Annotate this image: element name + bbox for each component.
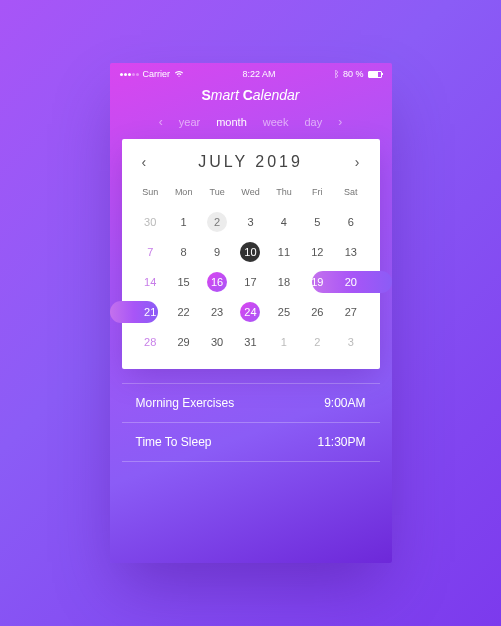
day-cell[interactable]: 16 xyxy=(200,267,233,297)
dow-sat: Sat xyxy=(334,181,367,207)
day-cell-today[interactable]: 10 xyxy=(234,237,267,267)
day-cell[interactable]: 6 xyxy=(334,207,367,237)
dow-tue: Tue xyxy=(200,181,233,207)
day-cell[interactable]: 13 xyxy=(334,237,367,267)
day-cell[interactable]: 22 xyxy=(167,297,200,327)
day-cell[interactable]: 27 xyxy=(334,297,367,327)
event-list: Morning Exercises 9:00AM Time To Sleep 1… xyxy=(110,383,392,462)
event-time: 9:00AM xyxy=(324,396,365,410)
day-cell[interactable]: 2 xyxy=(301,327,334,357)
tabs-prev[interactable]: ‹ xyxy=(159,115,163,129)
day-cell[interactable]: 2 xyxy=(200,207,233,237)
dow-wed: Wed xyxy=(234,181,267,207)
month-prev[interactable]: ‹ xyxy=(142,154,147,170)
month-next[interactable]: › xyxy=(355,154,360,170)
day-cell[interactable]: 23 xyxy=(200,297,233,327)
day-cell[interactable]: 31 xyxy=(234,327,267,357)
week-4: 21 22 23 24 25 26 27 xyxy=(122,297,380,327)
month-label: JULY 2019 xyxy=(198,153,303,171)
day-cell[interactable]: 9 xyxy=(200,237,233,267)
day-cell[interactable]: 21 xyxy=(134,297,167,327)
event-marker: 16 xyxy=(207,272,227,292)
battery-label: 80 % xyxy=(343,69,364,79)
view-tabs: ‹ year month week day › xyxy=(110,115,392,129)
weekday-row: Sun Mon Tue Wed Thu Fri Sat xyxy=(122,181,380,207)
today-marker: 10 xyxy=(240,242,260,262)
day-cell[interactable]: 7 xyxy=(134,237,167,267)
event-name: Morning Exercises xyxy=(136,396,235,410)
day-cell[interactable]: 30 xyxy=(134,207,167,237)
app-title: Smart Calendar xyxy=(110,87,392,103)
tab-day[interactable]: day xyxy=(304,116,322,128)
day-cell[interactable]: 1 xyxy=(167,207,200,237)
bluetooth-icon: ᛒ xyxy=(334,69,339,79)
battery-icon xyxy=(368,71,382,78)
week-2: 7 8 9 10 11 12 13 xyxy=(122,237,380,267)
week-1: 30 1 2 3 4 5 6 xyxy=(122,207,380,237)
day-cell[interactable]: 19 xyxy=(301,267,334,297)
day-cell[interactable]: 3 xyxy=(234,207,267,237)
day-cell[interactable]: 14 xyxy=(134,267,167,297)
day-cell[interactable]: 5 xyxy=(301,207,334,237)
tab-year[interactable]: year xyxy=(179,116,200,128)
status-bar: Carrier 8:22 AM ᛒ 80 % xyxy=(110,63,392,81)
day-cell[interactable]: 29 xyxy=(167,327,200,357)
carrier-label: Carrier xyxy=(143,69,171,79)
day-cell[interactable]: 11 xyxy=(267,237,300,267)
dow-mon: Mon xyxy=(167,181,200,207)
day-cell[interactable]: 25 xyxy=(267,297,300,327)
day-cell[interactable]: 20 xyxy=(334,267,367,297)
dow-fri: Fri xyxy=(301,181,334,207)
event-time: 11:30PM xyxy=(317,435,365,449)
tabs-next[interactable]: › xyxy=(338,115,342,129)
phone-frame: Carrier 8:22 AM ᛒ 80 % Smart Calendar ‹ … xyxy=(110,63,392,563)
day-cell[interactable]: 18 xyxy=(267,267,300,297)
week-5: 28 29 30 31 1 2 3 xyxy=(122,327,380,357)
dow-sun: Sun xyxy=(134,181,167,207)
signal-dots-icon xyxy=(120,73,139,76)
day-cell[interactable]: 8 xyxy=(167,237,200,267)
day-cell[interactable]: 3 xyxy=(334,327,367,357)
event-marker: 2 xyxy=(207,212,227,232)
tab-month[interactable]: month xyxy=(216,116,247,128)
day-cell[interactable]: 17 xyxy=(234,267,267,297)
week-3: 14 15 16 17 18 19 20 xyxy=(122,267,380,297)
calendar-card: ‹ JULY 2019 › Sun Mon Tue Wed Thu Fri Sa… xyxy=(122,139,380,369)
day-cell[interactable]: 30 xyxy=(200,327,233,357)
tab-week[interactable]: week xyxy=(263,116,289,128)
event-marker: 24 xyxy=(240,302,260,322)
wifi-icon xyxy=(174,70,184,78)
day-cell[interactable]: 4 xyxy=(267,207,300,237)
day-cell[interactable]: 12 xyxy=(301,237,334,267)
day-cell[interactable]: 1 xyxy=(267,327,300,357)
day-cell[interactable]: 24 xyxy=(234,297,267,327)
day-cell[interactable]: 15 xyxy=(167,267,200,297)
event-row[interactable]: Time To Sleep 11:30PM xyxy=(122,422,380,462)
dow-thu: Thu xyxy=(267,181,300,207)
event-row[interactable]: Morning Exercises 9:00AM xyxy=(122,383,380,422)
clock-label: 8:22 AM xyxy=(242,69,275,79)
event-name: Time To Sleep xyxy=(136,435,212,449)
day-cell[interactable]: 28 xyxy=(134,327,167,357)
day-cell[interactable]: 26 xyxy=(301,297,334,327)
